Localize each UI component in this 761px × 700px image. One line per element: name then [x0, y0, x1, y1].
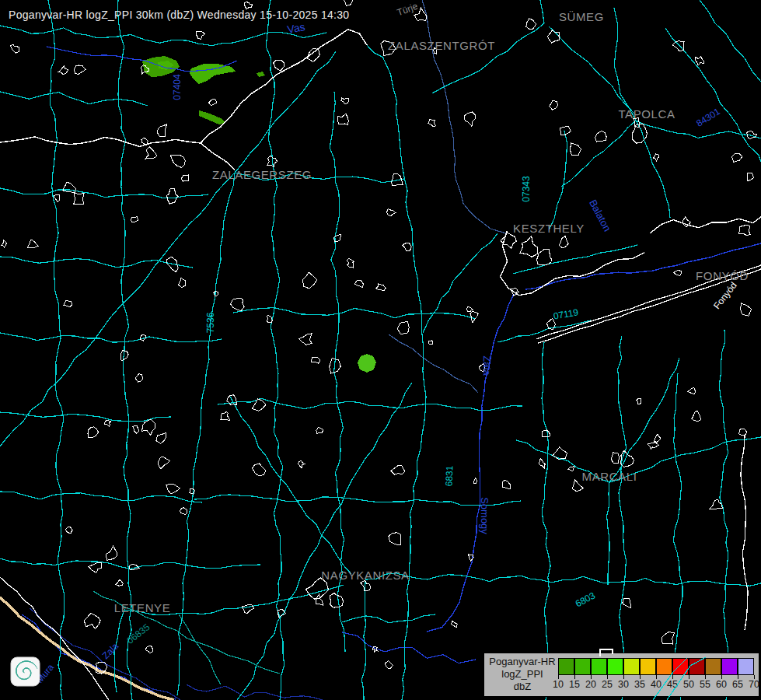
legend-tick-value: 60: [713, 679, 730, 690]
legend-tick-value: 20: [582, 679, 599, 690]
legend-colorbar: [558, 658, 754, 675]
settlement-outlines-layer: [2, 0, 757, 674]
legend-color-cell: [558, 658, 574, 675]
legend-tick-value: 40: [648, 679, 665, 690]
legend-color-cell: [656, 658, 672, 675]
legend-tick-value: 25: [599, 679, 616, 690]
legend-tick-value: 50: [680, 679, 697, 690]
legend-color-cell: [640, 658, 656, 675]
hungaromet-spiral-logo: [10, 656, 41, 691]
legend-tick-value: 10: [550, 679, 567, 690]
radar-viewport: Poganyvar-HR logZ_PPI 30km (dbZ) Wednesd…: [0, 0, 761, 700]
legend-color-cell: [574, 658, 591, 675]
legend-station-label: Poganyvar-HR: [487, 656, 557, 668]
legend-color-cell: [672, 658, 689, 675]
legend-tick-value: 65: [729, 679, 746, 690]
legend-color-cell: [738, 658, 754, 675]
rivers-borders-layer: [22, 0, 761, 700]
spiral-logo-icon: [10, 656, 41, 688]
legend-color-cell: [591, 658, 607, 675]
legend-color-cell: [705, 658, 721, 675]
legend-color-cell: [623, 658, 640, 675]
radar-map: [0, 0, 761, 700]
legend-panel: Poganyvar-HR logZ_PPI dbZ 10152025303540…: [483, 653, 759, 697]
legend-color-cell: [689, 658, 705, 675]
radar-echo-layer: [142, 56, 376, 373]
legend-unit-label: dbZ: [487, 681, 557, 693]
legend-color-cell: [607, 658, 623, 675]
legend-tick-value: 55: [696, 679, 714, 690]
legend-tick-value: 15: [566, 679, 583, 690]
radar-product-title: Poganyvar-HR logZ_PPI 30km (dbZ) Wednesd…: [9, 9, 349, 21]
legend-tick-value: 35: [631, 679, 648, 690]
legend-color-cell: [721, 658, 738, 675]
legend-product-label: logZ_PPI: [487, 668, 557, 681]
major-roads-layer: [0, 30, 761, 700]
legend-tick-value: 70: [745, 679, 761, 690]
legend-tick-value: 30: [615, 679, 632, 690]
roads-layer: [0, 0, 761, 700]
legend-tick-value: 45: [664, 679, 681, 690]
legend-text-block: Poganyvar-HR logZ_PPI dbZ: [487, 656, 557, 693]
